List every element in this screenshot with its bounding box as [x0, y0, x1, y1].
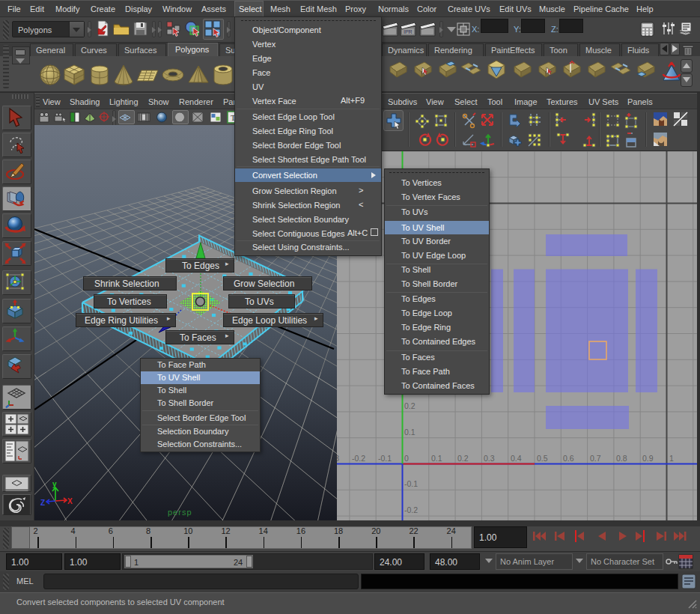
svg-text:0.6: 0.6 [563, 454, 574, 463]
svg-text:X: X [67, 497, 73, 505]
svg-text:y: y [52, 480, 57, 488]
svg-text:0.9: 0.9 [642, 454, 654, 463]
svg-text:0.5: 0.5 [537, 454, 548, 463]
svg-text:0.3: 0.3 [484, 454, 495, 463]
svg-text:0.2: 0.2 [404, 401, 416, 410]
svg-text:0.4: 0.4 [511, 454, 522, 463]
svg-text:0.8: 0.8 [616, 454, 627, 463]
svg-text:-0.1: -0.1 [404, 479, 418, 488]
svg-text:-0.2: -0.2 [352, 454, 365, 463]
svg-text:0.1: 0.1 [404, 428, 416, 437]
svg-text:IPR: IPR [404, 29, 413, 34]
svg-text:0: 0 [404, 454, 409, 463]
svg-text:persp: persp [168, 508, 192, 517]
svg-text:-0.3: -0.3 [337, 454, 339, 463]
svg-text:-0.2: -0.2 [404, 505, 418, 514]
svg-text:Z: Z [40, 499, 45, 507]
svg-text:-0.1: -0.1 [378, 454, 392, 463]
svg-text:0.2: 0.2 [457, 454, 469, 463]
svg-text:0.7: 0.7 [590, 454, 601, 463]
svg-text:1: 1 [669, 454, 674, 463]
svg-text:0.1: 0.1 [431, 454, 442, 463]
